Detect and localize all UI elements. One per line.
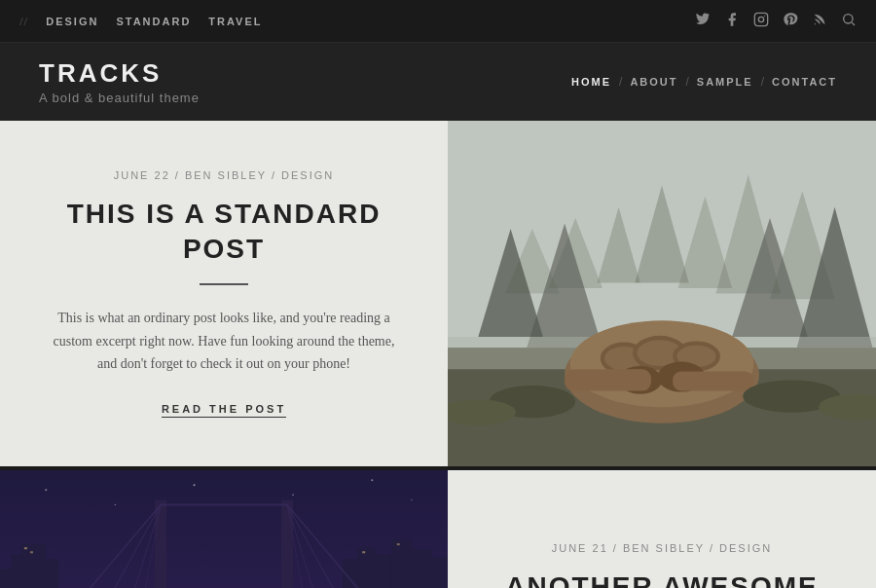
main-nav-about[interactable]: ABOUT: [630, 76, 677, 88]
site-header: TRACKS A bold & beautiful theme HOME / A…: [0, 43, 876, 121]
nav-item-travel[interactable]: TRAVEL: [208, 16, 262, 27]
main-nav: HOME / ABOUT / SAMPLE / CONTACT: [571, 75, 837, 89]
main-nav-contact[interactable]: CONTACT: [772, 76, 837, 88]
facebook-icon[interactable]: [724, 12, 740, 31]
site-title: TRACKS: [39, 58, 200, 89]
content-area: JUNE 22 / BEN SIBLEY / DESIGN THIS IS A …: [0, 121, 876, 588]
main-nav-home[interactable]: HOME: [571, 76, 611, 88]
main-nav-sample[interactable]: SAMPLE: [697, 76, 753, 88]
twitter-icon[interactable]: [695, 12, 711, 31]
nav-sep-2: /: [686, 75, 689, 89]
pinterest-icon[interactable]: [783, 12, 798, 31]
post-2-title: ANOTHER AWESOME POST: [496, 570, 827, 588]
svg-point-4: [844, 14, 853, 22]
svg-rect-0: [754, 13, 767, 25]
nav-item-standard[interactable]: STANDARD: [116, 16, 191, 27]
post-1-meta: JUNE 22 / BEN SIBLEY / DESIGN: [114, 169, 335, 181]
post-1-text-card: JUNE 22 / BEN SIBLEY / DESIGN THIS IS A …: [0, 121, 448, 466]
nav-sep-3: /: [761, 75, 764, 89]
svg-point-2: [764, 15, 765, 16]
instagram-icon[interactable]: [753, 12, 769, 31]
post-1-title: THIS IS A STANDARD POST: [49, 197, 399, 268]
post-2-meta: JUNE 21 / BEN SIBLEY / DESIGN: [552, 542, 773, 554]
card-row-1: JUNE 22 / BEN SIBLEY / DESIGN THIS IS A …: [0, 121, 876, 466]
svg-line-5: [852, 22, 855, 25]
top-nav-right: [695, 12, 857, 31]
post-1-image-card: [448, 121, 876, 466]
search-icon[interactable]: [841, 12, 857, 31]
post-1-excerpt: This is what an ordinary post looks like…: [49, 307, 399, 376]
top-nav-left: // DESIGN STANDARD TRAVEL: [19, 14, 263, 29]
svg-point-3: [815, 23, 816, 24]
post-2-text-card: JUNE 21 / BEN SIBLEY / DESIGN ANOTHER AW…: [448, 470, 876, 588]
rss-icon[interactable]: [812, 12, 827, 31]
site-subtitle: A bold & beautiful theme: [39, 91, 200, 105]
site-branding: TRACKS A bold & beautiful theme: [39, 58, 200, 105]
svg-rect-37: [448, 121, 876, 466]
post-2-image-card: [0, 470, 448, 588]
svg-point-1: [758, 17, 763, 21]
top-nav: // DESIGN STANDARD TRAVEL: [0, 0, 876, 43]
svg-rect-90: [0, 470, 448, 588]
nav-sep-1: /: [619, 75, 622, 89]
card-row-2: JUNE 21 / BEN SIBLEY / DESIGN ANOTHER AW…: [0, 470, 876, 588]
post-1-divider: [200, 283, 248, 285]
post-1-read-more[interactable]: READ THE POST: [162, 403, 286, 418]
nav-item-design[interactable]: DESIGN: [46, 16, 98, 27]
decorative-slash: //: [19, 14, 28, 29]
